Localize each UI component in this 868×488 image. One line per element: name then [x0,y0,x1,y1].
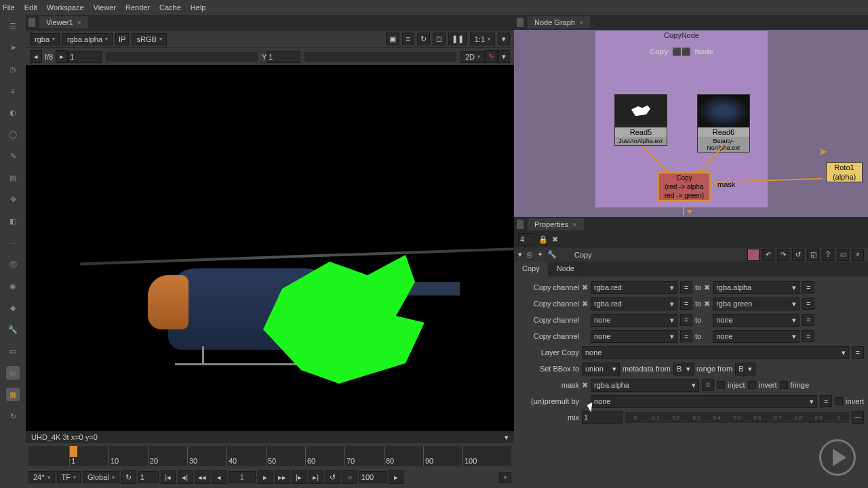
tool-wrench-icon[interactable]: 🔧 [6,323,20,336]
to-channel-select[interactable]: rgba.green▾ [713,298,800,310]
eq-icon[interactable]: = [680,281,692,293]
node-copy[interactable]: Copy (red -> alpha red -> green) [658,172,711,201]
tool-pointer-icon[interactable]: ➤ [6,41,20,54]
y-ruler[interactable] [304,52,456,62]
layer-copy-select[interactable]: none▾ [582,346,849,359]
to-channel-select[interactable]: rgba.alpha▾ [713,281,800,294]
mask-select[interactable]: rgba.alpha▾ [591,379,699,392]
more-icon[interactable]: ▾ [498,50,510,63]
tool-refresh-icon[interactable]: ↻ [6,409,20,423]
panel-grab-icon[interactable] [517,18,524,27]
eq-icon[interactable]: = [802,281,814,293]
menu-render[interactable]: Render [125,3,150,12]
roi-icon[interactable]: ◻ [433,33,446,45]
from-channel-select[interactable]: rgba.red▾ [591,298,677,310]
tool-globe-icon[interactable]: ◎ [6,366,20,380]
lock-icon[interactable]: 🔒 [538,235,548,244]
to-channel-select[interactable]: none▾ [713,330,800,343]
to-x-icon[interactable]: ✖ [704,283,710,292]
tool-knife-icon[interactable]: ✎ [6,149,20,163]
anim-icon[interactable]: 〰 [852,411,864,424]
alpha-select[interactable]: rgba.alpha▾ [62,33,113,45]
ruler-next-icon[interactable]: ▸ [56,50,68,63]
last-frame-icon[interactable]: ▸| [309,470,323,484]
out-frame-input[interactable] [359,471,387,483]
node-roto[interactable]: Roto1 (alpha) [826,162,863,182]
wand-icon[interactable]: ✦ [537,250,543,259]
invert-checkbox[interactable] [748,381,756,389]
tool-folder-icon[interactable]: ▭ [6,344,20,358]
tool-move-icon[interactable]: ✥ [6,192,20,206]
float-icon[interactable]: ◱ [807,249,819,261]
tool-lines-icon[interactable]: ≡ [6,84,20,98]
in-frame-input[interactable] [138,471,159,483]
meta-select[interactable]: B▾ [673,363,694,375]
mix-input[interactable] [582,411,623,424]
step-back-icon[interactable]: ◂◂ [195,470,210,484]
play-fwd-icon[interactable]: ▸ [258,470,273,484]
inject-checkbox[interactable] [717,381,725,389]
eq-icon[interactable]: = [852,346,864,359]
eq-icon[interactable]: = [702,379,714,391]
eq-icon[interactable]: = [802,298,814,310]
menu-viewer[interactable]: Viewer [94,3,116,12]
status-arrow-icon[interactable]: ▾ [505,433,509,442]
panel-grab-icon[interactable] [517,220,524,229]
to-channel-select[interactable]: none▾ [713,314,800,327]
mode-2d-select[interactable]: 2D▾ [460,51,485,63]
help-icon[interactable]: ? [822,249,834,261]
menu-file[interactable]: File [3,3,15,12]
arrow-down-icon[interactable]: ▾ [498,33,510,45]
refresh-icon[interactable]: ↻ [417,33,430,45]
fps-select[interactable]: 24*▾ [28,471,55,483]
wrench-icon[interactable]: 🔧 [547,250,557,259]
play-back-icon[interactable]: ◂ [212,470,226,484]
record-icon[interactable]: ✎ [485,50,498,63]
tool-particles-icon[interactable]: ∴ [6,236,20,249]
nodegraph-tab[interactable]: Node Graph × [528,16,590,28]
revert-icon[interactable]: ↺ [792,249,804,261]
eq-icon[interactable]: = [820,395,832,407]
ratio-select[interactable]: 1:1▾ [470,33,495,45]
tool-grid-icon[interactable]: ▦ [6,388,20,401]
range-select[interactable]: B▾ [735,363,755,375]
to-x-icon[interactable]: ✖ [704,300,710,308]
next-key-icon[interactable]: |▸ [292,470,307,484]
global-select[interactable]: Global▾ [83,471,119,483]
sync-icon[interactable]: ↻ [121,470,136,484]
from-channel-select[interactable]: rgba.red▾ [591,281,677,294]
properties-tab[interactable]: Properties × [528,218,584,230]
tool-eye-icon[interactable]: ◉ [6,279,20,293]
premult-select[interactable]: none▾ [591,395,817,408]
node-read6[interactable]: Read6 Beauty-NoAlpha.exr [697,94,750,152]
panel-grab-icon[interactable] [28,18,35,27]
step-fwd-icon[interactable]: ▸▸ [275,470,290,484]
tool-cube-icon[interactable]: ◧ [6,214,20,228]
pause-icon[interactable]: ❚❚ [448,33,467,45]
incr-icon[interactable]: ▸ [389,470,403,484]
colorspace-select[interactable]: sRGB▾ [132,33,166,45]
center-icon[interactable]: ◎ [526,250,533,259]
x-ruler[interactable] [106,52,258,62]
loop-icon[interactable]: ↺ [326,470,340,484]
invert2-checkbox[interactable] [835,397,843,405]
circle-icon[interactable]: ○ [342,470,357,484]
first-frame-icon[interactable]: |◂ [161,470,176,484]
viewport[interactable] [26,65,514,431]
from-channel-select[interactable]: none▾ [591,330,677,343]
eq-icon[interactable]: = [680,298,692,310]
close-icon[interactable]: × [579,18,583,26]
close-icon[interactable]: × [77,18,81,26]
y-input[interactable] [267,51,300,63]
from-x-icon[interactable]: ✖ [582,283,588,292]
x-input[interactable] [68,51,102,63]
tf-select[interactable]: TF▾ [57,471,81,483]
menu-workspace[interactable]: Workspace [47,3,84,12]
mask-x-icon[interactable]: ✖ [582,381,588,390]
fringe-checkbox[interactable] [780,381,788,389]
mix-slider[interactable]: 00.10.20.30.40.50.60.70.80.91 [625,412,849,423]
collapse-icon[interactable]: ▾ [518,250,522,259]
playback-more[interactable]: ▾ [499,472,511,483]
list-icon[interactable]: ≡ [402,33,414,45]
tab-node[interactable]: Node [549,262,583,277]
